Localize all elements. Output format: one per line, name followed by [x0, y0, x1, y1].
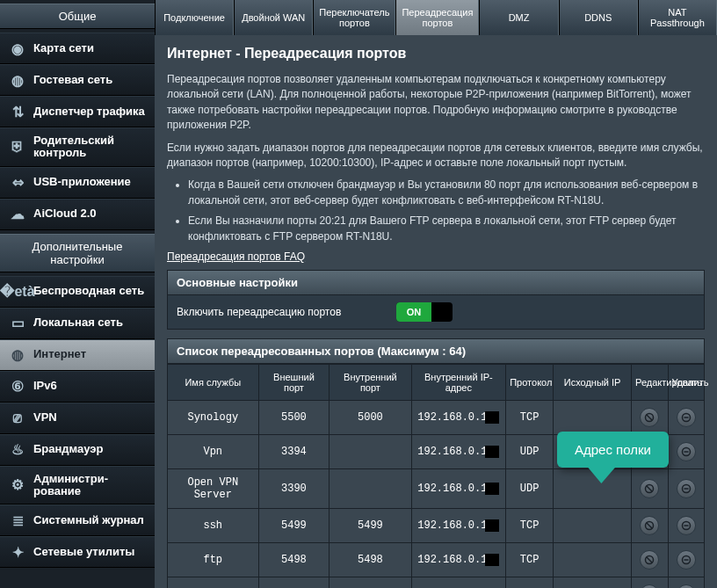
delete-button[interactable]: [677, 408, 696, 427]
sidebar-icon: ⇔: [9, 174, 26, 192]
sidebar-item-label: Сетевые утилиты: [33, 546, 134, 558]
sidebar-item-2[interactable]: ⇅Диспетчер трафика: [0, 96, 155, 127]
note-1: Когда в Вашей сети отключен брандмауэр и…: [188, 178, 705, 208]
delete-button[interactable]: [677, 442, 696, 461]
delete-button[interactable]: [677, 550, 696, 570]
sidebar-icon: ⇅: [9, 103, 26, 120]
sidebar-item-label: Брандмауэр: [33, 443, 103, 455]
sidebar-adv-item-3[interactable]: ⑥IPv6: [0, 371, 155, 403]
tab-bar: ПодключениеДвойной WANПереключатель порт…: [155, 0, 717, 35]
edit-button[interactable]: [640, 516, 659, 535]
sidebar-item-label: Интернет: [33, 348, 86, 360]
edit-button[interactable]: [640, 479, 659, 498]
sidebar-icon: �età: [9, 283, 26, 301]
col-delete: Удалить: [668, 364, 704, 400]
sidebar-icon: ⑥: [9, 378, 26, 396]
tab-5[interactable]: DDNS: [559, 0, 638, 35]
cell-ip: 192.168.0.1: [411, 577, 506, 588]
svg-line-9: [647, 486, 652, 491]
svg-line-17: [647, 557, 652, 563]
cell-name: Vpn: [168, 434, 259, 468]
edit-button[interactable]: [640, 584, 659, 588]
note-2: Если Вы назначили порты 20:21 для Вашего…: [188, 214, 705, 244]
tab-2[interactable]: Переключатель портов: [313, 0, 395, 35]
cell-extport: 5497: [258, 577, 330, 588]
cell-srcip: [554, 577, 632, 588]
sidebar-adv-item-1[interactable]: ▭Локальная сеть: [0, 308, 155, 339]
tab-3[interactable]: Переадресация портов: [395, 0, 479, 35]
table-row: ftp54985498192.168.0.1TCP: [168, 542, 705, 577]
cell-proto: UDP: [506, 468, 554, 508]
faq-link[interactable]: Переадресация портов FAQ: [167, 250, 305, 263]
sidebar-adv-item-4[interactable]: ⎚VPN: [0, 403, 155, 434]
cell-intport: [330, 468, 411, 508]
cell-extport: 3394: [258, 434, 330, 468]
page-title: Интернет - Переадресация портов: [167, 46, 705, 62]
col-source-ip: Исходный IP: [554, 364, 632, 400]
cell-extport: 3390: [258, 468, 330, 508]
edit-button[interactable]: [640, 550, 659, 570]
cell-intport: 5499: [330, 508, 411, 542]
cell-intport: 443: [330, 577, 411, 588]
enable-forwarding-label: Включить переадресацию портов: [177, 306, 379, 318]
sidebar-item-label: Беспроводная сеть: [33, 285, 144, 297]
tab-1[interactable]: Двойной WAN: [234, 0, 313, 35]
sidebar-icon: ♨: [9, 441, 26, 459]
sidebar-item-4[interactable]: ⇔USB-приложение: [0, 167, 155, 199]
sidebar-item-label: Гостевая сеть: [33, 74, 112, 86]
col-service-name: Имя службы: [168, 364, 259, 400]
sidebar-item-label: Родительский контроль: [33, 134, 146, 160]
cell-ip: 192.168.0.1: [411, 434, 506, 468]
sidebar-item-label: IPv6: [33, 380, 57, 392]
cell-proto: TCP: [506, 577, 554, 588]
cell-extport: 5498: [258, 542, 330, 577]
sidebar-icon: ☁: [9, 206, 26, 223]
sidebar-adv-item-2[interactable]: ◍Интернет: [0, 339, 155, 371]
sidebar-item-0[interactable]: ◉Карта сети: [0, 33, 155, 64]
cell-srcip: [554, 400, 632, 434]
description-1: Переадресация портов позволяет удаленным…: [167, 72, 705, 134]
sidebar-item-label: Администри­рование: [33, 473, 146, 498]
tab-4[interactable]: DMZ: [479, 0, 558, 35]
table-row: Synology55005000192.168.0.1TCP: [168, 400, 705, 434]
sidebar-item-1[interactable]: ◍Гостевая сеть: [0, 64, 155, 96]
port-table: Имя службы Внешний порт Внутренний порт …: [167, 364, 705, 588]
sidebar-item-3[interactable]: ⛨Родительский контроль: [0, 127, 155, 167]
sidebar-general-title: Общие: [0, 4, 155, 29]
cell-intport: 5498: [330, 542, 411, 577]
delete-button[interactable]: [677, 584, 696, 588]
sidebar-adv-item-0[interactable]: �etàБеспроводная сеть: [0, 276, 155, 308]
cell-srcip: [554, 542, 632, 577]
col-protocol: Протокол: [506, 364, 554, 400]
cell-intport: 5000: [330, 400, 411, 434]
sidebar-item-label: VPN: [33, 411, 57, 424]
sidebar-icon: ◍: [9, 346, 26, 364]
sidebar-icon: ▭: [9, 315, 26, 332]
cell-ip: 192.168.0.1: [411, 542, 506, 577]
callout-tooltip: Адрес полки: [557, 432, 669, 468]
cell-ip: 192.168.0.1: [411, 508, 506, 542]
sidebar-icon: ⚙: [9, 476, 26, 494]
sidebar-adv-item-7[interactable]: ≣Системный журнал: [0, 505, 155, 536]
cell-proto: TCP: [506, 508, 554, 542]
sidebar-adv-item-5[interactable]: ♨Брандмауэр: [0, 434, 155, 466]
cell-intport: [330, 434, 411, 468]
tab-6[interactable]: NAT Passthrough: [638, 0, 717, 35]
sidebar-icon: ◉: [9, 40, 26, 57]
sidebar-icon: ✦: [9, 543, 26, 561]
sidebar-item-label: AiCloud 2.0: [33, 207, 97, 220]
col-external-port: Внешний порт: [258, 364, 330, 400]
sidebar-item-5[interactable]: ☁AiCloud 2.0: [0, 199, 155, 230]
delete-button[interactable]: [677, 516, 696, 535]
cell-proto: TCP: [506, 542, 554, 577]
edit-button[interactable]: [640, 408, 659, 427]
sidebar-adv-item-8[interactable]: ✦Сетевые утилиты: [0, 536, 155, 568]
tab-0[interactable]: Подключение: [155, 0, 234, 35]
enable-forwarding-toggle[interactable]: ON: [396, 302, 453, 322]
cell-srcip: [554, 508, 632, 542]
delete-button[interactable]: [677, 479, 696, 498]
cell-name: Open VPN Server: [168, 468, 259, 508]
sidebar-adv-item-6[interactable]: ⚙Администри­рование: [0, 466, 155, 505]
sidebar-item-label: Системный журнал: [33, 514, 144, 526]
basic-settings-header: Основные настройки: [167, 270, 705, 295]
